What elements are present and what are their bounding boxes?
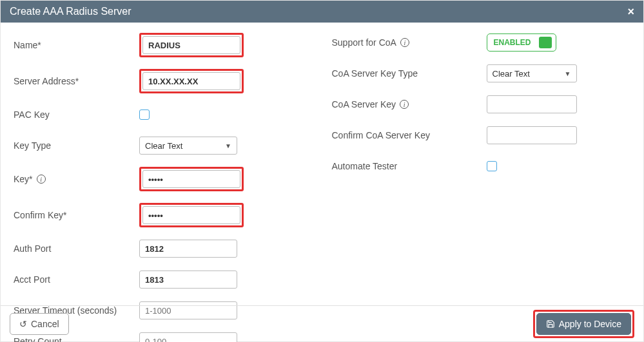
apply-highlight: Apply to Device	[533, 310, 634, 338]
confirm-key-label: Confirm Key*	[14, 210, 139, 220]
cancel-button[interactable]: ↺ Cancel	[10, 313, 69, 335]
info-icon[interactable]: i	[400, 100, 409, 109]
support-coa-toggle[interactable]: ENABLED	[487, 33, 556, 52]
coa-key-type-select[interactable]: Clear Text ▼	[487, 64, 577, 82]
toggle-state: ENABLED	[494, 38, 531, 47]
coa-key-type-value: Clear Text	[493, 69, 530, 79]
form-body: Name* Server Address* PAC Key Key Type C…	[1, 23, 643, 342]
key-label-text: Key*	[14, 174, 33, 184]
auth-port-input[interactable]	[139, 240, 237, 258]
chevron-down-icon: ▼	[225, 142, 231, 149]
coa-key-input[interactable]	[487, 95, 577, 113]
automate-tester-checkbox[interactable]	[487, 161, 497, 171]
key-type-value: Clear Text	[145, 141, 182, 151]
auth-port-label: Auth Port	[14, 243, 139, 254]
pac-key-checkbox[interactable]	[139, 109, 150, 120]
chevron-down-icon: ▼	[565, 70, 571, 77]
info-icon[interactable]: i	[400, 38, 409, 47]
confirm-key-highlight	[139, 203, 244, 227]
apply-button[interactable]: Apply to Device	[536, 313, 631, 335]
support-coa-label: Support for CoA i	[332, 37, 487, 48]
close-icon[interactable]: ×	[627, 1, 634, 23]
cancel-label: Cancel	[31, 319, 59, 329]
save-icon	[546, 319, 555, 328]
coa-key-type-label: CoA Server Key Type	[332, 68, 487, 79]
footer: ↺ Cancel Apply to Device	[1, 305, 643, 341]
support-coa-text: Support for CoA	[332, 37, 396, 48]
confirm-coa-key-label: Confirm CoA Server Key	[332, 130, 487, 140]
automate-tester-label: Automate Tester	[332, 161, 487, 171]
name-highlight	[139, 33, 244, 57]
name-input[interactable]	[142, 36, 240, 54]
titlebar: Create AAA Radius Server ×	[1, 1, 643, 23]
right-column: Support for CoA i ENABLED CoA Server Key…	[332, 33, 631, 342]
coa-key-label: CoA Server Key i	[332, 99, 487, 109]
coa-key-text: CoA Server Key	[332, 99, 396, 109]
server-address-highlight	[139, 69, 244, 93]
key-input[interactable]	[142, 170, 240, 188]
left-column: Name* Server Address* PAC Key Key Type C…	[14, 33, 313, 342]
key-highlight	[139, 167, 244, 191]
acct-port-input[interactable]	[139, 271, 237, 289]
confirm-coa-key-input[interactable]	[487, 126, 577, 144]
pac-key-label: PAC Key	[14, 109, 139, 120]
key-type-label: Key Type	[14, 140, 139, 151]
name-label: Name*	[14, 40, 139, 50]
apply-label: Apply to Device	[559, 319, 621, 329]
confirm-key-input[interactable]	[142, 206, 240, 224]
key-label: Key* i	[14, 174, 139, 184]
acct-port-label: Acct Port	[14, 274, 139, 285]
server-address-label: Server Address*	[14, 76, 139, 86]
undo-icon: ↺	[19, 319, 27, 329]
server-address-input[interactable]	[142, 72, 240, 90]
key-type-select[interactable]: Clear Text ▼	[139, 137, 237, 155]
dialog: Create AAA Radius Server × Name* Server …	[0, 0, 644, 342]
dialog-title: Create AAA Radius Server	[10, 1, 132, 23]
info-icon[interactable]: i	[37, 175, 46, 184]
toggle-knob	[539, 37, 552, 48]
